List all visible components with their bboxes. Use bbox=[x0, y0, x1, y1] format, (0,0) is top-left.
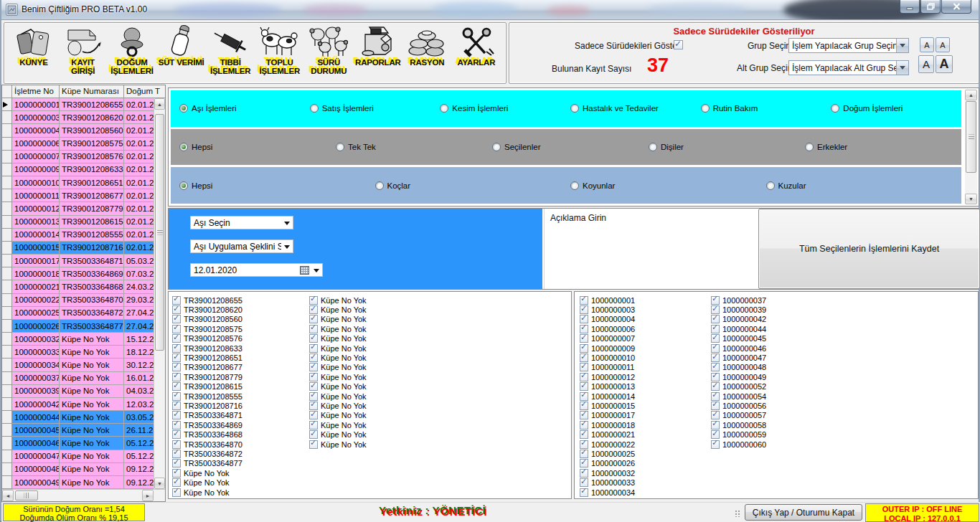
id-checkbox-item[interactable]: 1000000021 bbox=[580, 430, 635, 439]
row-selector[interactable] bbox=[2, 411, 12, 424]
id-checkbox-item[interactable]: 1000000047 bbox=[711, 353, 766, 362]
table-row[interactable]: 1000000001 TR39001208655 02.01.2 bbox=[2, 98, 154, 111]
tag-checkbox-item[interactable]: TR35003364869 bbox=[172, 420, 242, 430]
row-selector[interactable] bbox=[2, 372, 12, 385]
toolbar-button-sut-verimi[interactable]: SÜT VERİMİ bbox=[158, 24, 205, 83]
column-header-dogum[interactable]: Doğum T bbox=[124, 85, 165, 98]
tag-checkbox-item[interactable]: Küpe No Yok bbox=[309, 334, 367, 343]
table-row[interactable]: 1000000037 Küpe No Yok 16.01.2 bbox=[2, 372, 154, 385]
scroll-left-arrow-icon[interactable]: ◄ bbox=[2, 490, 14, 501]
operation-radio-option[interactable]: Hastalık ve Tedaviler bbox=[570, 104, 701, 113]
table-row[interactable]: 1000000011 TR39001208677 02.01.2 bbox=[2, 189, 154, 202]
tag-checkbox-item[interactable]: TR39001208677 bbox=[172, 363, 242, 372]
font-size-large-button[interactable]: A bbox=[936, 55, 953, 73]
tag-checkbox-item[interactable]: TR39001208560 bbox=[172, 315, 242, 324]
table-row[interactable]: 1000000004 TR39001208560 02.01.2 bbox=[2, 124, 154, 137]
tag-checkbox-item[interactable]: Küpe No Yok bbox=[172, 468, 242, 478]
save-all-selected-button[interactable]: Tüm Seçilenlerin İşlemlerini Kaydet bbox=[758, 209, 980, 289]
row-selector[interactable] bbox=[2, 359, 12, 371]
toolbar-button-rasyon[interactable]: RASYON bbox=[403, 24, 451, 83]
table-row[interactable]: 1000000009 TR39001208633 02.01.2 bbox=[2, 163, 154, 176]
table-vertical-scrollbar[interactable]: ▲ ▼ bbox=[154, 98, 165, 489]
id-checkbox-item[interactable]: 1000000034 bbox=[580, 488, 635, 497]
tag-checkbox-item[interactable]: Küpe No Yok bbox=[309, 315, 367, 324]
id-checkbox-item[interactable]: 1000000012 bbox=[580, 372, 635, 381]
row-selector[interactable] bbox=[2, 280, 12, 293]
row-selector[interactable] bbox=[2, 176, 12, 189]
row-selector[interactable] bbox=[2, 333, 12, 346]
tag-checkbox-item[interactable]: TR39001208615 bbox=[172, 382, 242, 392]
minimize-button[interactable] bbox=[900, 0, 920, 14]
close-button[interactable] bbox=[941, 0, 971, 14]
calendar-icon[interactable] bbox=[300, 266, 309, 275]
scroll-right-arrow-icon[interactable]: ► bbox=[142, 490, 154, 501]
row-selector[interactable] bbox=[2, 255, 12, 267]
selection-radio-option[interactable]: Hepsi bbox=[179, 143, 336, 151]
row-selector[interactable] bbox=[2, 138, 12, 151]
selection-radio-option[interactable]: Dişiler bbox=[649, 143, 805, 151]
table-row[interactable]: 1000000010 TR39001208651 02.01.2 bbox=[2, 176, 154, 189]
group-select[interactable]: İşlem Yapılacak Grup Seçin bbox=[788, 38, 909, 53]
tag-checkbox-item[interactable]: Küpe No Yok bbox=[309, 382, 367, 392]
toolbar-button-tibbi-islemler[interactable]: TIBBİ İŞLEMLER bbox=[207, 24, 254, 83]
table-row[interactable]: 1000000022 TR35003364870 29.03.2 bbox=[2, 294, 154, 307]
tag-checkbox-item[interactable]: Küpe No Yok bbox=[309, 440, 367, 449]
resize-grip[interactable] bbox=[735, 510, 740, 517]
id-checkbox-item[interactable]: 1000000039 bbox=[711, 305, 766, 314]
id-checkbox-item[interactable]: 1000000011 bbox=[580, 363, 635, 372]
operation-radio-option[interactable]: Kesim İşlemleri bbox=[440, 104, 570, 113]
scroll-up-arrow-icon[interactable]: ▲ bbox=[965, 90, 977, 100]
toolbar-button-toplu-islemler[interactable]: TOPLU İŞLEMLER bbox=[256, 24, 303, 83]
chevron-down-icon[interactable] bbox=[896, 39, 908, 52]
row-selector[interactable] bbox=[2, 424, 12, 437]
id-checkbox-item[interactable]: 1000000044 bbox=[711, 324, 766, 333]
table-row[interactable]: 1000000045 Küpe No Yok 26.11.2 bbox=[2, 424, 154, 437]
id-checkbox-item[interactable]: 1000000026 bbox=[580, 459, 635, 468]
selection-radio-option[interactable]: Seçilenler bbox=[492, 143, 649, 151]
font-size-medium-button[interactable]: A bbox=[918, 55, 934, 73]
font-size-small-button[interactable]: A bbox=[920, 37, 934, 52]
vaccine-select[interactable]: Aşı Seçin bbox=[190, 216, 293, 229]
row-selector[interactable] bbox=[2, 229, 12, 242]
tag-checkbox-item[interactable]: Küpe No Yok bbox=[172, 478, 242, 487]
id-checkbox-item[interactable]: 1000000033 bbox=[580, 478, 635, 487]
id-checkbox-item[interactable]: 1000000010 bbox=[580, 353, 635, 362]
id-checkbox-item[interactable]: 1000000017 bbox=[580, 411, 635, 420]
chevron-down-icon[interactable] bbox=[896, 61, 908, 75]
tag-checkbox-item[interactable]: TR39001208655 bbox=[172, 295, 242, 305]
scroll-down-arrow-icon[interactable]: ▼ bbox=[965, 194, 977, 204]
row-selector[interactable] bbox=[2, 267, 12, 280]
id-checkbox-item[interactable]: 1000000060 bbox=[711, 440, 766, 449]
id-checkbox-item[interactable]: 1000000022 bbox=[580, 440, 635, 449]
id-checkbox-item[interactable]: 1000000045 bbox=[711, 334, 766, 343]
id-checkbox-item[interactable]: 1000000048 bbox=[711, 363, 766, 372]
id-checkbox-item[interactable]: 1000000032 bbox=[580, 468, 635, 478]
row-selector[interactable] bbox=[2, 242, 12, 255]
show-only-herd-checkbox[interactable] bbox=[674, 40, 683, 49]
row-selector[interactable] bbox=[2, 294, 12, 307]
row-selector[interactable] bbox=[2, 98, 12, 111]
toolbar-button-suru-durumu[interactable]: SÜRÜ DURUMU bbox=[305, 24, 352, 83]
table-row[interactable]: 1000000021 TR35003364868 24.03.2 bbox=[2, 280, 154, 293]
table-row[interactable]: 1000000026 TR35003364877 27.04.2 bbox=[2, 320, 154, 333]
tag-checkbox-item[interactable]: TR39001208633 bbox=[172, 343, 242, 353]
subgroup-select[interactable]: İşlem Yapılacak Alt Grup Seçin bbox=[788, 60, 909, 75]
operation-radio-option[interactable]: Rutin Bakım bbox=[701, 104, 831, 113]
table-row[interactable]: 1000000039 Küpe No Yok 04.03.2 bbox=[2, 385, 154, 398]
id-checkbox-item[interactable]: 1000000018 bbox=[580, 420, 635, 430]
tag-checkbox-item[interactable]: TR35003364870 bbox=[172, 440, 242, 449]
logout-button[interactable]: Çıkış Yap / Oturumu Kapat bbox=[745, 504, 862, 521]
id-checkbox-item[interactable]: 1000000013 bbox=[580, 382, 635, 392]
tag-checkbox-item[interactable]: TR39001208576 bbox=[172, 334, 242, 343]
scrollbar-thumb[interactable] bbox=[15, 490, 38, 500]
table-horizontal-scrollbar[interactable]: ◄ ► bbox=[2, 489, 165, 501]
selection-radio-option[interactable]: Erkekler bbox=[805, 143, 961, 151]
id-checkbox-item[interactable]: 1000000025 bbox=[580, 449, 635, 458]
id-checkbox-item[interactable]: 1000000037 bbox=[711, 295, 766, 305]
row-selector[interactable] bbox=[2, 216, 12, 229]
operation-radio-option[interactable]: Aşı İşlemleri bbox=[179, 104, 310, 113]
column-header-kupe-numarasi[interactable]: Küpe Numarası bbox=[60, 85, 124, 98]
id-checkbox-item[interactable]: 1000000056 bbox=[711, 401, 766, 410]
table-row[interactable]: 1000000047 Küpe No Yok 05.12.2 bbox=[2, 450, 154, 463]
id-checkbox-item[interactable]: 1000000014 bbox=[580, 392, 635, 401]
